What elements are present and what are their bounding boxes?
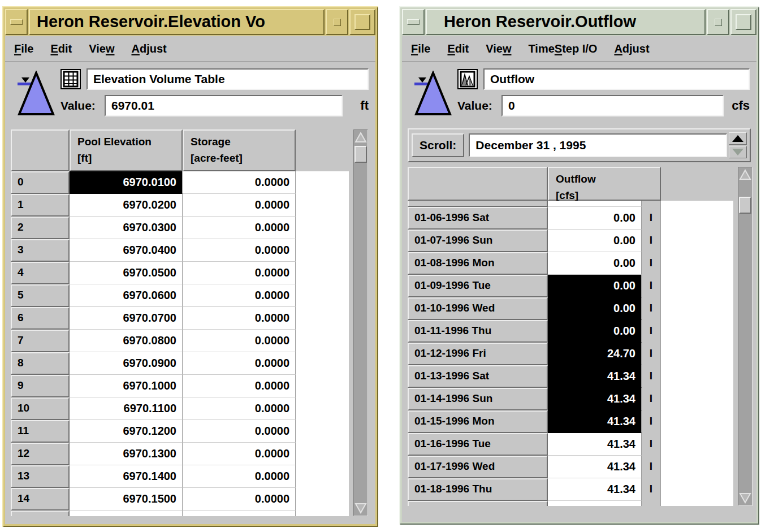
cell-storage[interactable]: 0.0000 [183,262,296,284]
row-label[interactable]: 01-13-1996 Sat [408,365,548,388]
scroll-up-arrow[interactable] [738,167,752,182]
row-label[interactable]: 10 [11,397,70,420]
menu-item-adjust[interactable]: Adjust [614,42,649,55]
flag-cell[interactable]: I [642,252,661,275]
cell-outflow[interactable]: 0.00 [548,207,642,230]
row-label[interactable]: 01-06-1996 Sat [408,207,548,230]
row-label[interactable]: 4 [11,262,70,284]
vertical-scrollbar[interactable] [353,129,368,516]
scroll-button[interactable]: Scroll: [412,133,464,157]
flag-cell[interactable]: I [642,275,661,297]
scroll-down-arrow[interactable] [354,501,367,516]
flag-cell[interactable]: I [642,456,661,478]
cell-storage[interactable]: 0.0000 [183,397,296,420]
menu-item-edit[interactable]: Edit [447,42,469,55]
cell-storage[interactable]: 0.0000 [183,239,296,262]
cell-pool-elevation[interactable]: 6970.0100 [70,171,183,194]
cell-pool-elevation[interactable]: 6970.1200 [70,420,183,443]
flag-cell[interactable]: I [642,433,661,456]
cell-pool-elevation[interactable]: 6970.1100 [70,397,183,420]
value-field[interactable]: 0 [501,95,724,116]
slot-name-field[interactable]: Elevation Volume Table [87,68,369,90]
cell-storage[interactable]: 0.0000 [183,420,296,443]
table-corner-cell[interactable] [408,167,548,201]
cell-outflow[interactable]: 41.34 [548,365,642,388]
row-label[interactable]: 01-18-1996 Thu [408,478,548,501]
row-label[interactable]: 01-14-1996 Sun [408,388,548,410]
cell-outflow[interactable]: 41.34 [548,478,642,501]
cell-storage[interactable]: 0.0000 [183,375,296,397]
cell-storage[interactable] [183,511,296,516]
menu-item-file[interactable]: File [411,42,430,55]
row-label[interactable]: 14 [11,488,70,511]
row-label[interactable]: 01-05-1996 Fri [408,201,548,207]
row-label[interactable]: 01-07-1996 Sun [408,230,548,252]
column-header-pool-elevation[interactable]: Pool Elevation[ft] [70,129,183,171]
flag-cell[interactable]: I [642,297,661,320]
row-label[interactable]: 9 [11,375,70,397]
cell-storage[interactable]: 0.0000 [183,330,296,352]
cell-outflow[interactable]: 41.34 [548,456,642,478]
scrollbar-trough[interactable] [738,182,752,491]
cell-outflow[interactable]: 24.70 [548,343,642,365]
cell-outflow[interactable]: 0.00 [548,252,642,275]
row-label[interactable]: 01-12-1996 Fri [408,343,548,365]
titlebar[interactable]: Heron Reservoir.Outflow [402,9,756,35]
menu-item-timestep-i-o[interactable]: TimeStep I/O [528,42,597,55]
row-label[interactable]: 13 [11,465,70,488]
date-field[interactable]: December 31 , 1995 [469,133,727,157]
row-label[interactable]: 7 [11,330,70,352]
cell-outflow[interactable]: 41.34 [548,410,642,433]
flag-cell[interactable]: I [642,343,661,365]
scroll-up-arrow[interactable] [354,130,367,145]
minimize-button[interactable] [707,9,729,35]
scroll-down-arrow[interactable] [738,491,752,505]
cell-outflow[interactable]: 0.00 [548,320,642,343]
vertical-scrollbar[interactable] [738,167,753,506]
minimize-button[interactable] [326,9,348,35]
flag-cell[interactable] [642,501,661,506]
flag-cell[interactable]: I [642,230,661,252]
row-label[interactable]: 01-10-1996 Wed [408,297,548,320]
menu-item-edit[interactable]: Edit [50,42,72,55]
row-label[interactable]: 2 [11,217,70,239]
cell-storage[interactable]: 0.0000 [183,194,296,217]
flag-cell[interactable]: I [642,410,661,433]
menu-item-view[interactable]: View [486,42,511,55]
cell-storage[interactable]: 0.0000 [183,488,296,511]
column-header-storage[interactable]: Storage[acre-feet] [183,129,296,171]
spinner-up-button[interactable] [729,132,747,145]
series-plot-icon[interactable] [457,69,478,89]
cell-outflow[interactable]: 0.00 [548,275,642,297]
spinner-down-button[interactable] [729,146,747,158]
column-header-outflow[interactable]: Outflow[cfs] [548,167,661,201]
menu-item-file[interactable]: File [14,42,33,55]
cell-storage[interactable]: 0.0000 [183,443,296,465]
cell-outflow[interactable]: 41.34 [548,433,642,456]
cell-storage[interactable]: 0.0000 [183,284,296,307]
row-label[interactable]: 8 [11,352,70,375]
cell-pool-elevation[interactable]: 6970.0200 [70,194,183,217]
cell-pool-elevation[interactable]: 6970.0900 [70,352,183,375]
table-grid-icon[interactable] [60,69,81,89]
row-label[interactable]: 12 [11,443,70,465]
row-label[interactable]: 0 [11,171,70,194]
row-label[interactable]: 01-17-1996 Wed [408,456,548,478]
cell-pool-elevation[interactable]: 6970.1400 [70,465,183,488]
window-menu-button[interactable] [5,9,28,35]
cell-outflow[interactable]: 0.00 [548,230,642,252]
row-label[interactable] [11,511,70,516]
row-label[interactable]: 11 [11,420,70,443]
row-label[interactable]: 5 [11,284,70,307]
cell-storage[interactable]: 0.0000 [183,217,296,239]
cell-storage[interactable]: 0.0000 [183,307,296,330]
row-label[interactable]: 01-08-1996 Mon [408,252,548,275]
maximize-button[interactable] [349,9,375,35]
row-label[interactable]: 01-09-1996 Tue [408,275,548,297]
cell-storage[interactable]: 0.0000 [183,171,296,194]
cell-pool-elevation[interactable] [70,511,183,516]
menu-item-adjust[interactable]: Adjust [131,42,166,55]
cell-pool-elevation[interactable]: 6970.0800 [70,330,183,352]
flag-cell[interactable]: I [642,207,661,230]
titlebar[interactable]: Heron Reservoir.Elevation Vo [5,9,375,35]
